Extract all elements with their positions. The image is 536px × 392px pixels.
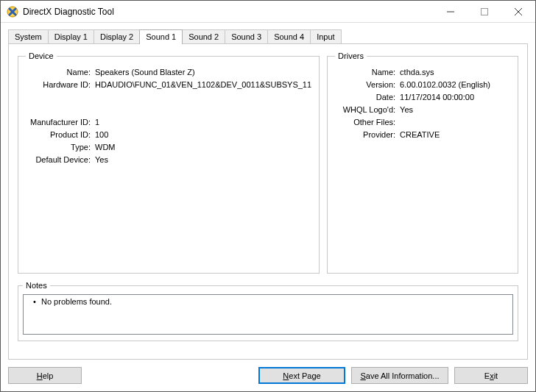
- next-page-button[interactable]: Next Page: [258, 367, 345, 384]
- driver-date-label: Date:: [335, 91, 400, 104]
- device-prodid-label: Product ID:: [26, 129, 95, 141]
- window-controls: [434, 1, 535, 22]
- device-group: Device Name:Speakers (Sound Blaster Z) H…: [18, 51, 320, 274]
- tab-panel: Device Name:Speakers (Sound Blaster Z) H…: [8, 43, 528, 360]
- button-bar: Help Next Page Save All Information... E…: [1, 360, 535, 391]
- driver-whql-value: Yes: [400, 104, 413, 116]
- tab-display-1[interactable]: Display 1: [48, 29, 94, 43]
- device-name-value: Speakers (Sound Blaster Z): [95, 66, 195, 79]
- tab-system[interactable]: System: [8, 29, 49, 43]
- notes-group-label: Notes: [23, 281, 50, 290]
- device-default-value: Yes: [95, 154, 108, 166]
- notes-list[interactable]: No problems found.: [23, 294, 513, 335]
- driver-provider-label: Provider:: [335, 129, 400, 141]
- tab-sound-3[interactable]: Sound 3: [225, 29, 268, 43]
- drivers-group: Drivers Name:cthda.sys Version:6.00.0102…: [327, 51, 518, 274]
- device-name-label: Name:: [26, 66, 95, 79]
- drivers-group-label: Drivers: [335, 51, 367, 60]
- note-item: No problems found.: [28, 297, 508, 306]
- device-hwid-value: HDAUDIO\FUNC_01&VEN_1102&DEV_0011&SUBSYS…: [95, 79, 311, 91]
- help-button[interactable]: Help: [8, 367, 82, 384]
- device-group-label: Device: [26, 51, 57, 60]
- tab-sound-1[interactable]: Sound 1: [139, 29, 183, 44]
- svg-rect-2: [482, 8, 488, 15]
- save-all-button[interactable]: Save All Information...: [351, 367, 448, 384]
- titlebar: DirectX Diagnostic Tool: [1, 1, 535, 23]
- device-prodid-value: 100: [95, 129, 108, 141]
- device-type-value: WDM: [95, 141, 116, 154]
- driver-provider-value: CREATIVE: [400, 129, 440, 141]
- app-window: DirectX Diagnostic Tool System Display 1…: [0, 0, 536, 392]
- driver-date-value: 11/17/2014 00:00:00: [400, 91, 474, 104]
- device-mfrid-value: 1: [95, 116, 99, 129]
- device-type-label: Type:: [26, 141, 95, 154]
- tab-sound-2[interactable]: Sound 2: [182, 29, 225, 43]
- driver-version-value: 6.00.0102.0032 (English): [400, 79, 490, 91]
- driver-other-label: Other Files:: [335, 116, 400, 129]
- driver-whql-label: WHQL Logo'd:: [335, 104, 400, 116]
- driver-version-label: Version:: [335, 79, 400, 91]
- tab-strip: System Display 1 Display 2 Sound 1 Sound…: [8, 29, 528, 43]
- tab-sound-4[interactable]: Sound 4: [267, 29, 311, 43]
- device-mfrid-label: Manufacturer ID:: [26, 116, 95, 129]
- close-button[interactable]: [501, 1, 535, 22]
- window-title: DirectX Diagnostic Tool: [23, 7, 434, 17]
- device-hwid-label: Hardware ID:: [26, 79, 95, 91]
- notes-group: Notes No problems found.: [18, 281, 518, 341]
- content-area: System Display 1 Display 2 Sound 1 Sound…: [1, 23, 535, 360]
- device-default-label: Default Device:: [26, 154, 95, 166]
- tab-input[interactable]: Input: [310, 29, 341, 43]
- exit-button[interactable]: Exit: [454, 367, 528, 384]
- driver-name-label: Name:: [335, 66, 400, 79]
- maximize-button[interactable]: [468, 1, 501, 22]
- app-icon: [7, 6, 18, 18]
- driver-name-value: cthda.sys: [400, 66, 434, 79]
- tab-display-2[interactable]: Display 2: [94, 29, 140, 43]
- minimize-button[interactable]: [434, 1, 468, 22]
